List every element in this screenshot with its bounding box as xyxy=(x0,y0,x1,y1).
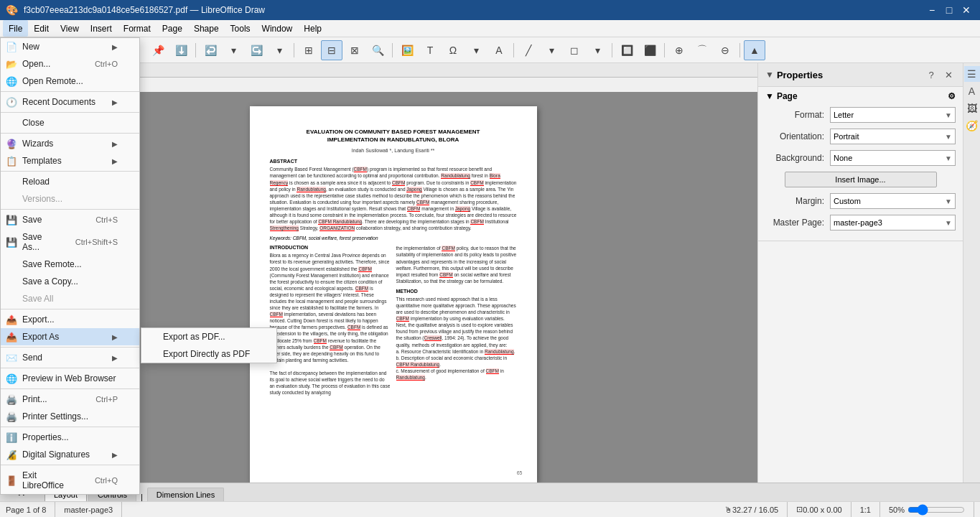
menu-sep-9 xyxy=(1,388,139,389)
menu-item-digital-signatures[interactable]: 🔏 Digital Signatures ▶ xyxy=(1,446,139,463)
toolbar-image-btn[interactable]: 🖼️ xyxy=(396,40,418,60)
menu-item-new[interactable]: 📄 New ▶ xyxy=(1,38,139,55)
toolbar-sep-6 xyxy=(612,43,612,57)
toolbar-undo-arrow-btn[interactable]: ▾ xyxy=(223,40,244,60)
menu-edit[interactable]: Edit xyxy=(28,20,55,37)
toolbar-special-char-btn[interactable]: Ω xyxy=(442,40,464,60)
toolbar-redo-btn[interactable]: ↪️ xyxy=(246,40,267,60)
toolbar-spacing-btn[interactable]: ⊠ xyxy=(344,40,365,60)
submenu-item-export-pdf[interactable]: Export as PDF... xyxy=(141,328,276,345)
page-section-expand-icon[interactable]: ▼ xyxy=(765,91,774,101)
zoom-slider[interactable] xyxy=(907,504,965,516)
document-page: EVALUATION ON COMMUNITY BASED FOREST MAN… xyxy=(250,106,537,483)
toolbar-zoom-btn[interactable]: 🔍 xyxy=(367,40,388,60)
submenu-item-export-direct-pdf[interactable]: Export Directly as PDF xyxy=(141,345,276,363)
menu-sep-6 xyxy=(1,309,139,309)
menu-item-recent[interactable]: 🕐 Recent Documents ▶ xyxy=(1,93,139,111)
menu-sep-11 xyxy=(1,465,139,465)
toolbar-redo-arrow-btn[interactable]: ▾ xyxy=(269,40,290,60)
toolbar-shapes-arrow-btn[interactable]: ▾ xyxy=(587,40,608,60)
exit-icon: 🚪 xyxy=(5,474,18,487)
toolbar-curve-btn[interactable]: ⌒ xyxy=(691,40,713,60)
toolbar-grid-btn[interactable]: ⊞ xyxy=(298,40,319,60)
menu-item-export-as[interactable]: 📤 Export As ▶ Export as PDF... Export Di… xyxy=(1,328,139,345)
toolbar-paste-btn[interactable]: 📌 xyxy=(147,40,169,60)
menu-item-wizards[interactable]: 🔮 Wizards ▶ xyxy=(1,135,139,152)
toolbar-undo-btn[interactable]: ↩️ xyxy=(200,40,221,60)
toolbar-paste-special-btn[interactable]: ⬇️ xyxy=(170,40,192,60)
menu-sep-10 xyxy=(1,427,139,427)
toolbar-select-btn[interactable]: ▲ xyxy=(744,40,765,60)
save-remote-icon xyxy=(5,258,18,271)
margin-select[interactable]: Custom ▼ xyxy=(830,193,956,209)
menu-sep-5 xyxy=(1,209,139,210)
toolbar-textbox-btn[interactable]: T xyxy=(419,40,441,60)
menu-shape[interactable]: Shape xyxy=(188,20,225,37)
menu-item-print[interactable]: 🖨️ Print... Ctrl+P xyxy=(1,391,139,408)
new-icon: 📄 xyxy=(5,40,18,53)
menu-format[interactable]: Format xyxy=(118,20,157,37)
menu-view[interactable]: View xyxy=(55,20,85,37)
toolbar-crop-btn[interactable]: ⬛ xyxy=(639,40,661,60)
panel-close-btn[interactable]: ✕ xyxy=(941,67,956,82)
toolbar-line-btn[interactable]: ╱ xyxy=(518,40,539,60)
toolbar-shapes-btn[interactable]: ◻ xyxy=(564,40,585,60)
menu-item-export[interactable]: 📤 Export... xyxy=(1,311,139,328)
menu-item-save-as[interactable]: 💾 Save As... Ctrl+Shift+S xyxy=(1,228,139,256)
doc-intro-text: Blora as a regency in Central Java Provi… xyxy=(270,252,391,396)
menu-tools[interactable]: Tools xyxy=(225,20,256,37)
panel-properties-icon[interactable]: ☰ xyxy=(964,66,980,82)
background-select[interactable]: None ▼ xyxy=(830,150,956,166)
menu-item-versions: Versions... xyxy=(1,190,139,208)
menu-item-exit[interactable]: 🚪 Exit LibreOffice Ctrl+Q xyxy=(1,467,139,494)
menu-item-templates[interactable]: 📋 Templates ▶ xyxy=(1,152,139,169)
menu-item-open-remote[interactable]: 🌐 Open Remote... xyxy=(1,73,139,90)
page-section-settings-icon[interactable]: ⚙ xyxy=(948,91,956,101)
master-page-row: Master Page: master-page3 ▼ xyxy=(765,215,956,230)
menu-item-save-remote-label: Save Remote... xyxy=(22,259,82,269)
panel-gallery-icon[interactable]: 🖼 xyxy=(964,101,980,116)
menu-window[interactable]: Window xyxy=(256,20,299,37)
properties-icon: ℹ️ xyxy=(5,431,18,444)
menu-item-printer-settings[interactable]: 🖨️ Printer Settings... xyxy=(1,408,139,425)
toolbar-line-arrow-btn[interactable]: ▾ xyxy=(541,40,562,60)
menu-item-save-remote[interactable]: Save Remote... xyxy=(1,256,139,273)
minimize-button[interactable]: − xyxy=(924,3,940,17)
menu-item-reload-label: Reload xyxy=(22,177,50,187)
toolbar-char-arrow-btn[interactable]: ▾ xyxy=(465,40,487,60)
tab-dimension-lines[interactable]: Dimension Lines xyxy=(147,488,224,501)
insert-image-button[interactable]: Insert Image... xyxy=(785,172,937,187)
maximize-button[interactable]: □ xyxy=(941,3,957,17)
menu-item-preview-web[interactable]: 🌐 Preview in Web Browser xyxy=(1,370,139,387)
panel-navigator-icon[interactable]: 🧭 xyxy=(964,118,980,134)
menu-item-save-copy[interactable]: Save a Copy... xyxy=(1,273,139,290)
close-menu-icon xyxy=(5,116,18,129)
export-as-icon: 📤 xyxy=(5,330,18,343)
toolbar-shadow-btn[interactable]: 🔲 xyxy=(616,40,638,60)
menu-item-send[interactable]: ✉️ Send ▶ xyxy=(1,349,139,366)
menu-item-close[interactable]: Close xyxy=(1,114,139,131)
orientation-dropdown-icon: ▼ xyxy=(945,133,952,141)
toolbar-glue-btn[interactable]: ⊖ xyxy=(714,40,736,60)
menu-item-save[interactable]: 💾 Save Ctrl+S xyxy=(1,211,139,228)
menu-file[interactable]: File xyxy=(3,20,28,37)
panel-expand-icon[interactable]: ▼ xyxy=(765,70,774,80)
menu-help[interactable]: Help xyxy=(298,20,327,37)
menu-item-open[interactable]: 📂 Open... Ctrl+O xyxy=(1,55,139,73)
menu-insert[interactable]: Insert xyxy=(85,20,118,37)
doc-keywords: Keywords: CBFM, social welfare, forest p… xyxy=(270,236,517,241)
toolbar-snap-btn[interactable]: ⊟ xyxy=(321,40,342,60)
menu-item-reload[interactable]: Reload xyxy=(1,173,139,190)
menu-item-properties[interactable]: ℹ️ Properties... xyxy=(1,429,139,446)
master-page-select[interactable]: master-page3 ▼ xyxy=(830,215,956,230)
close-button[interactable]: ✕ xyxy=(958,3,974,17)
orientation-select[interactable]: Portrait ▼ xyxy=(830,129,956,144)
format-select[interactable]: Letter ▼ xyxy=(830,107,956,123)
panel-styles-icon[interactable]: A xyxy=(964,83,980,99)
tabs-bar: ⏮ ◀ ▶ ⏭ Layout Controls | Dimension Line… xyxy=(0,483,980,501)
toolbar-toggle-point-btn[interactable]: ⊕ xyxy=(668,40,690,60)
position-value: 32.27 / 16.05 xyxy=(732,506,778,514)
menu-page[interactable]: Page xyxy=(157,20,188,37)
toolbar-fontwork-btn[interactable]: A xyxy=(488,40,510,60)
panel-help-btn[interactable]: ? xyxy=(924,67,938,82)
